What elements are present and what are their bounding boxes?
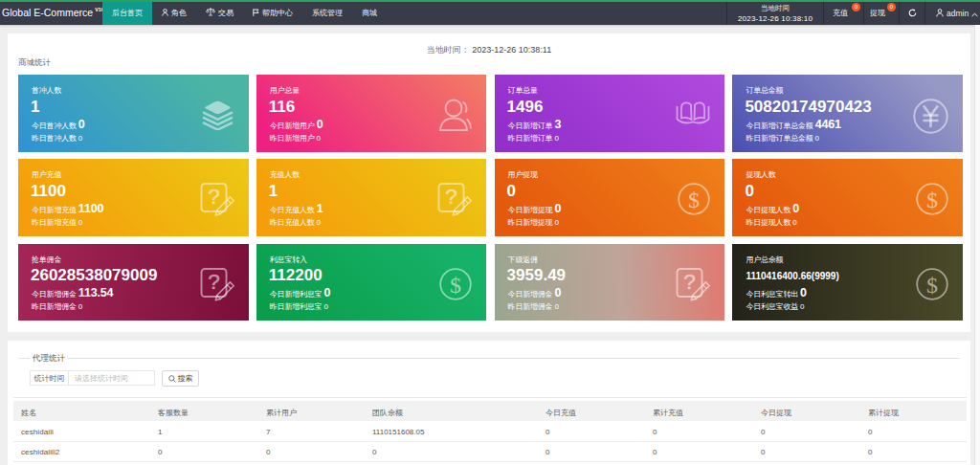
- svg-text:?: ?: [208, 270, 220, 294]
- svg-text:?: ?: [446, 186, 458, 210]
- svg-text:$: $: [926, 272, 938, 297]
- svg-text:$: $: [926, 188, 938, 212]
- svg-text:?: ?: [683, 270, 696, 294]
- svg-text:$: $: [450, 272, 461, 297]
- svg-text:$: $: [688, 188, 700, 212]
- svg-text:?: ?: [208, 186, 220, 210]
